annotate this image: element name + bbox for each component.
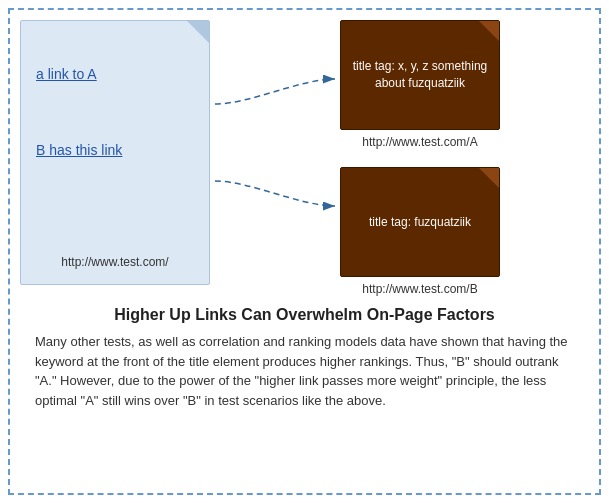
section-title: Higher Up Links Can Overwhelm On-Page Fa… [35,306,574,324]
text-section: Higher Up Links Can Overwhelm On-Page Fa… [20,296,589,483]
left-page-corner [187,21,209,43]
arrows-area [210,20,340,285]
link-a[interactable]: a link to A [36,66,194,82]
diagram-area: a link to A B has this link http://www.t… [20,20,589,296]
left-page: a link to A B has this link http://www.t… [20,20,210,285]
section-body: Many other tests, as well as correlation… [35,332,574,410]
right-page-a-url: http://www.test.com/A [362,135,477,149]
right-page-b-wrapper: title tag: fuzquatziik http://www.test.c… [340,167,500,296]
right-pages: title tag: x, y, z something about fuzqu… [340,20,500,296]
left-page-url: http://www.test.com/ [36,255,194,269]
right-page-b-text: title tag: fuzquatziik [369,214,471,231]
right-page-a: title tag: x, y, z something about fuzqu… [340,20,500,130]
right-page-b: title tag: fuzquatziik [340,167,500,277]
arrow-to-b [210,171,340,216]
right-page-b-url: http://www.test.com/B [362,282,477,296]
right-page-a-corner [479,21,499,41]
left-links: a link to A B has this link [36,41,194,158]
right-page-b-corner [479,168,499,188]
main-container: a link to A B has this link http://www.t… [8,8,601,495]
right-page-a-wrapper: title tag: x, y, z something about fuzqu… [340,20,500,149]
arrow-to-a [210,69,340,114]
right-page-a-text: title tag: x, y, z something about fuzqu… [351,58,489,92]
link-b[interactable]: B has this link [36,142,194,158]
